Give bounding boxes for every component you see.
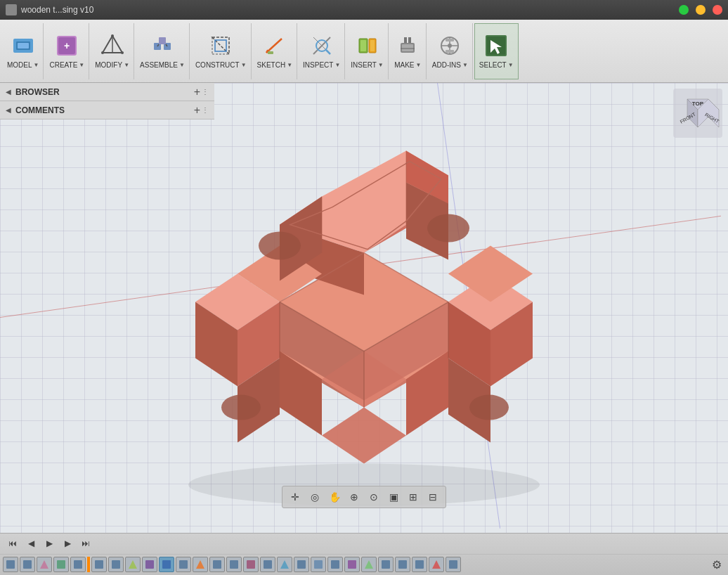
- svg-rect-97: [179, 560, 188, 569]
- timeline-item[interactable]: [429, 557, 444, 572]
- timeline-item[interactable]: [260, 557, 275, 572]
- step-back-button[interactable]: ◀: [24, 536, 38, 550]
- modify-menu[interactable]: MODIFY ▼: [91, 23, 134, 79]
- view-cube[interactable]: TOP FRONT RIGHT: [673, 89, 722, 138]
- timeline-item[interactable]: [294, 557, 309, 572]
- maximize-button[interactable]: [679, 5, 689, 15]
- svg-point-64: [427, 214, 469, 243]
- timeline-item[interactable]: [176, 557, 191, 572]
- view3-tool[interactable]: ⊟: [424, 489, 441, 505]
- timeline-item[interactable]: [91, 557, 107, 572]
- timeline-item[interactable]: [108, 557, 124, 572]
- svg-rect-32: [404, 37, 407, 43]
- look-tool[interactable]: ◎: [306, 489, 323, 505]
- sketch-label: SKETCH ▼: [257, 61, 292, 69]
- timeline-item[interactable]: [125, 557, 141, 572]
- model-menu[interactable]: MODEL ▼: [3, 23, 44, 79]
- svg-rect-33: [408, 37, 411, 43]
- insert-icon: [355, 33, 380, 58]
- timeline-item[interactable]: [344, 557, 360, 572]
- window-title: wooden t...sing v10: [21, 5, 672, 15]
- step-forward-end-button[interactable]: ⏭: [79, 536, 93, 550]
- view2-tool[interactable]: ⊞: [405, 489, 422, 505]
- step-back-start-button[interactable]: ⏮: [6, 536, 20, 550]
- addins-label: ADD-INS ▼: [432, 61, 468, 69]
- timeline-item[interactable]: [209, 557, 225, 572]
- addins-menu[interactable]: ADD-INS ▼: [428, 23, 473, 79]
- timeline-item[interactable]: [361, 557, 377, 572]
- timeline-item[interactable]: [327, 557, 343, 572]
- insert-menu[interactable]: INSERT ▼: [346, 23, 388, 79]
- 3d-model: [125, 112, 603, 520]
- minimize-button[interactable]: [696, 5, 706, 15]
- make-menu[interactable]: MAKE ▼: [390, 23, 427, 79]
- view1-tool[interactable]: ▣: [385, 489, 402, 505]
- comments-toggle-icon: ◀: [6, 106, 11, 114]
- fit-tool[interactable]: ⊙: [365, 489, 382, 505]
- assemble-label: ASSEMBLE ▼: [140, 61, 185, 69]
- timeline[interactable]: ⚙: [0, 555, 728, 575]
- svg-rect-37: [446, 39, 454, 41]
- model-icon: [11, 33, 36, 58]
- step-forward-button[interactable]: ▶: [60, 536, 74, 550]
- svg-rect-38: [446, 50, 454, 53]
- zoom-tool[interactable]: ⊕: [346, 489, 363, 505]
- timeline-item[interactable]: [311, 557, 326, 572]
- svg-marker-103: [280, 560, 289, 569]
- timeline-item[interactable]: [243, 557, 259, 572]
- orbit-tool[interactable]: ✛: [287, 489, 304, 505]
- settings-button[interactable]: ⚙: [708, 556, 725, 573]
- svg-marker-112: [432, 560, 441, 569]
- timeline-item[interactable]: [70, 557, 86, 572]
- assemble-menu[interactable]: ASSEMBLE ▼: [136, 23, 190, 79]
- pan-tool[interactable]: ✋: [326, 489, 343, 505]
- svg-rect-107: [348, 560, 356, 569]
- browser-panel[interactable]: ◀ BROWSER + ⋮: [0, 83, 214, 101]
- timeline-item[interactable]: [3, 557, 18, 572]
- make-icon: [395, 33, 420, 58]
- close-button[interactable]: [713, 5, 722, 15]
- timeline-item[interactable]: [20, 557, 35, 572]
- view-navigation-tools: ✛ ◎ ✋ ⊕ ⊙ ▣ ⊞ ⊟: [282, 486, 446, 508]
- svg-point-11: [121, 51, 124, 54]
- left-panel: ◀ BROWSER + ⋮ ◀ COMMENTS + ⋮: [0, 83, 214, 119]
- timeline-item[interactable]: [142, 557, 157, 572]
- model-svg: [125, 112, 603, 520]
- timeline-item[interactable]: [53, 557, 69, 572]
- svg-rect-105: [314, 560, 323, 569]
- svg-point-66: [221, 395, 261, 420]
- play-button[interactable]: ▶: [42, 536, 56, 550]
- construct-label: CONSTRUCT ▼: [195, 61, 247, 69]
- create-menu[interactable]: + CREATE ▼: [45, 23, 89, 79]
- svg-line-25: [326, 50, 330, 54]
- inspect-label: INSPECT ▼: [303, 61, 340, 69]
- timeline-item[interactable]: [378, 557, 394, 572]
- construct-menu[interactable]: CONSTRUCT ▼: [191, 23, 252, 79]
- timeline-item[interactable]: [37, 557, 52, 572]
- svg-point-68: [469, 395, 509, 420]
- svg-rect-91: [74, 560, 82, 569]
- timeline-item[interactable]: [277, 557, 292, 572]
- sketch-menu[interactable]: SKETCH ▼: [253, 23, 297, 79]
- comments-add-icon[interactable]: +: [194, 104, 200, 117]
- svg-marker-89: [40, 560, 48, 569]
- timeline-item[interactable]: [446, 557, 461, 572]
- svg-rect-28: [360, 40, 366, 51]
- select-menu[interactable]: SELECT ▼: [474, 23, 519, 79]
- timeline-item[interactable]: [412, 557, 427, 572]
- timeline-item[interactable]: [395, 557, 410, 572]
- main-toolbar: MODEL ▼ + CREATE ▼: [0, 20, 728, 83]
- comments-panel[interactable]: ◀ COMMENTS + ⋮: [0, 101, 214, 119]
- inspect-menu[interactable]: INSPECT ▼: [299, 23, 345, 79]
- comments-expand-icon: ⋮: [202, 106, 209, 114]
- browser-toggle-icon: ◀: [6, 88, 11, 96]
- 3d-viewport[interactable]: TOP FRONT RIGHT ✛ ◎ ✋ ⊕ ⊙ ▣ ⊞ ⊟: [0, 83, 728, 533]
- svg-point-62: [259, 232, 301, 260]
- svg-rect-113: [449, 560, 457, 569]
- svg-rect-96: [162, 560, 171, 569]
- timeline-item[interactable]: [159, 557, 174, 572]
- timeline-item[interactable]: [226, 557, 242, 572]
- timeline-item[interactable]: [193, 557, 208, 572]
- svg-marker-94: [129, 560, 137, 569]
- browser-add-icon[interactable]: +: [194, 86, 200, 98]
